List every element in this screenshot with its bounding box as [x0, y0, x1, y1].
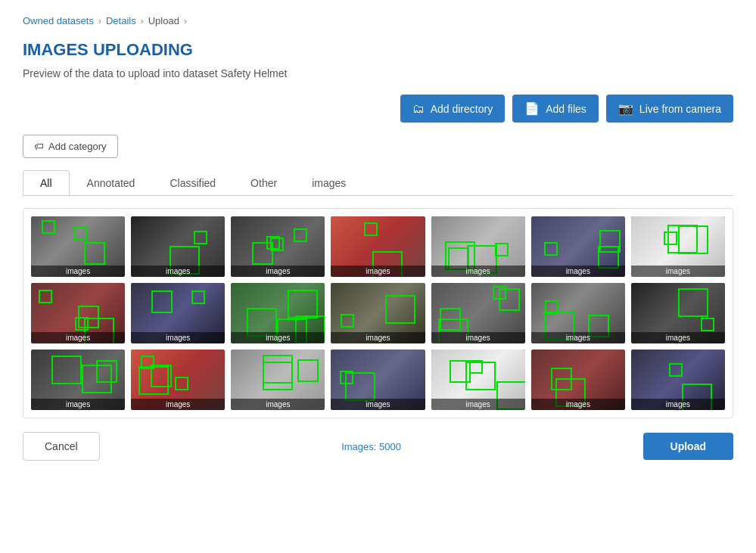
bounding-box [450, 360, 471, 383]
bounding-box [263, 362, 293, 390]
bounding-box [544, 242, 558, 256]
image-label: images [431, 399, 525, 410]
image-label: images [631, 399, 725, 410]
add-files-button[interactable]: 📄 Add files [512, 95, 599, 123]
bounding-box [669, 363, 683, 377]
image-item[interactable]: images [31, 350, 125, 410]
bounding-box [364, 222, 378, 236]
breadcrumb-details[interactable]: Details [106, 15, 136, 26]
bounding-box [39, 290, 52, 303]
image-item[interactable]: images [31, 216, 125, 277]
images-count: Images: 5000 [341, 441, 401, 452]
image-label: images [31, 399, 125, 410]
breadcrumb-owned-datasets[interactable]: Owned datasets [23, 15, 94, 26]
image-grid-container[interactable]: imagesimagesimagesimagesimagesimagesimag… [23, 208, 733, 418]
page-subtitle: Preview of the data to upload into datas… [23, 67, 733, 79]
breadcrumb-sep-3: › [184, 16, 187, 26]
image-item[interactable]: images [231, 216, 325, 277]
image-label: images [631, 332, 725, 343]
image-item[interactable]: images [131, 216, 225, 277]
image-label: images [31, 332, 125, 343]
image-label: images [431, 266, 525, 277]
tab-other[interactable]: Other [233, 170, 294, 195]
image-label: images [131, 266, 225, 277]
image-item[interactable]: images [331, 283, 425, 343]
image-label: images [331, 399, 425, 410]
image-item[interactable]: images [131, 283, 225, 343]
bounding-box [345, 372, 375, 401]
bounding-box [42, 220, 55, 234]
camera-icon: 📷 [618, 101, 633, 116]
tab-annotated[interactable]: Annotated [70, 170, 153, 195]
bounding-box [73, 226, 87, 240]
image-label: images [231, 332, 325, 343]
bounding-box [82, 365, 112, 393]
image-item[interactable]: images [631, 216, 725, 277]
bounding-box [678, 225, 708, 254]
bounding-box [495, 243, 509, 256]
tab-classified[interactable]: Classified [152, 170, 233, 195]
image-label: images [631, 266, 725, 277]
breadcrumb-sep-1: › [98, 16, 101, 26]
bounding-box [341, 314, 354, 328]
bounding-box [84, 242, 105, 265]
bottom-bar: Cancel Images: 5000 Upload [23, 432, 733, 461]
cancel-button[interactable]: Cancel [23, 432, 100, 461]
bounding-box [664, 231, 677, 245]
image-label: images [131, 332, 225, 343]
bounding-box [678, 288, 708, 317]
image-label: images [231, 399, 325, 410]
file-icon: 📄 [524, 101, 540, 116]
tab-images[interactable]: images [294, 170, 363, 195]
bounding-box [270, 238, 284, 251]
folder-icon: 🗂 [412, 102, 425, 116]
live-camera-button[interactable]: 📷 Live from camera [606, 95, 733, 123]
image-label: images [31, 266, 125, 277]
add-directory-button[interactable]: 🗂 Add directory [400, 95, 505, 123]
bounding-box [294, 228, 307, 242]
image-label: images [431, 332, 525, 343]
image-item[interactable]: images [631, 283, 725, 343]
page-title: IMAGES UPLOADING [23, 40, 733, 60]
bounding-box [78, 306, 99, 328]
bounding-box [288, 290, 318, 318]
image-label: images [331, 266, 425, 277]
image-item[interactable]: images [431, 350, 525, 410]
image-item[interactable]: images [431, 283, 525, 343]
bounding-box [194, 231, 207, 244]
image-item[interactable]: images [531, 350, 625, 410]
image-label: images [531, 399, 625, 410]
image-item[interactable]: images [331, 216, 425, 277]
image-item[interactable]: images [131, 350, 225, 410]
image-label: images [131, 399, 225, 410]
image-item[interactable]: images [531, 283, 625, 343]
bounding-box [493, 286, 506, 300]
image-label: images [531, 266, 625, 277]
image-item[interactable]: images [531, 216, 625, 277]
tag-icon: 🏷 [34, 141, 44, 152]
upload-button[interactable]: Upload [643, 433, 733, 460]
image-item[interactable]: images [231, 350, 325, 410]
bounding-box [545, 300, 558, 314]
bounding-box [151, 365, 172, 387]
image-label: images [531, 332, 625, 343]
bounding-box [51, 356, 82, 384]
bounding-box [701, 318, 714, 331]
bounding-box [297, 359, 319, 382]
bounding-box [191, 290, 205, 304]
bounding-box [385, 295, 415, 324]
breadcrumb-sep-2: › [141, 16, 144, 26]
image-label: images [231, 266, 325, 277]
image-item[interactable]: images [331, 350, 425, 410]
breadcrumb: Owned datasets › Details › Upload › [23, 15, 733, 26]
tabs-container: All Annotated Classified Other images [23, 170, 733, 196]
image-item[interactable]: images [31, 283, 125, 343]
image-item[interactable]: images [631, 350, 725, 410]
bounding-box [151, 290, 173, 313]
tab-all[interactable]: All [23, 170, 70, 195]
add-category-button[interactable]: 🏷 Add category [23, 135, 118, 158]
bounding-box [599, 230, 621, 253]
image-item[interactable]: images [231, 283, 325, 343]
image-grid: imagesimagesimagesimagesimagesimagesimag… [31, 216, 725, 410]
image-item[interactable]: images [431, 216, 525, 277]
